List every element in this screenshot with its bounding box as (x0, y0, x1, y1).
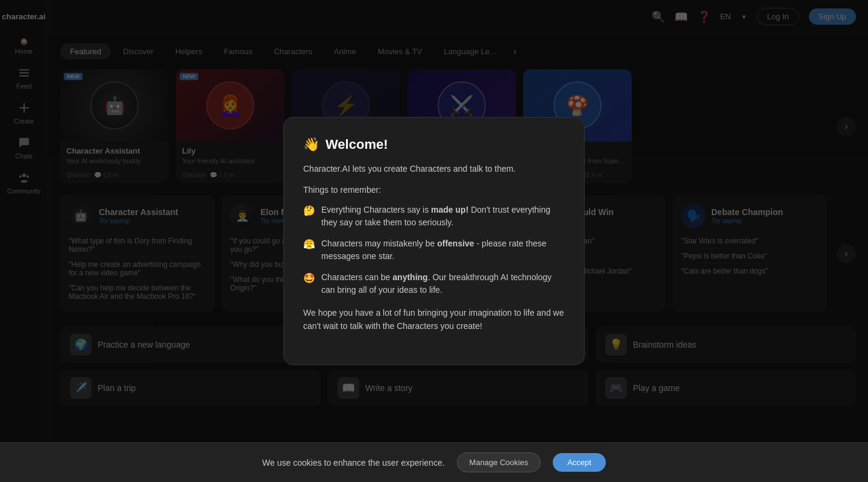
accept-cookies-button[interactable]: Accept (553, 453, 606, 472)
modal-list-item-1: 🤔 Everything Characters say is made up! … (303, 204, 565, 229)
cookie-text: We use cookies to enhance the user exper… (262, 458, 444, 468)
modal-title: 👋 Welcome! (303, 137, 565, 152)
thinking-emoji: 🤔 (303, 204, 315, 229)
modal-list: 🤔 Everything Characters say is made up! … (303, 204, 565, 296)
welcome-emoji: 👋 (303, 137, 319, 152)
modal-item-text-3: Characters can be anything. Our breakthr… (321, 271, 565, 296)
modal-overlay: 👋 Welcome! Character.AI lets you create … (0, 0, 868, 482)
cookie-banner: We use cookies to enhance the user exper… (0, 442, 868, 482)
modal-item-text-2: Characters may mistakenly be offensive -… (321, 237, 565, 263)
modal-things-label: Things to remember: (303, 183, 565, 196)
modal-closing: We hope you have a lot of fun bringing y… (303, 306, 565, 333)
manage-cookies-button[interactable]: Manage Cookies (457, 452, 541, 472)
modal-list-item-2: 😤 Characters may mistakenly be offensive… (303, 237, 565, 263)
modal-item-text-1: Everything Characters say is made up! Do… (321, 204, 565, 229)
star-emoji: 🤩 (303, 271, 315, 296)
modal-intro: Character.AI lets you create Characters … (303, 162, 565, 175)
angry-emoji: 😤 (303, 237, 315, 263)
modal-list-item-3: 🤩 Characters can be anything. Our breakt… (303, 271, 565, 296)
welcome-modal: 👋 Welcome! Character.AI lets you create … (283, 117, 585, 365)
